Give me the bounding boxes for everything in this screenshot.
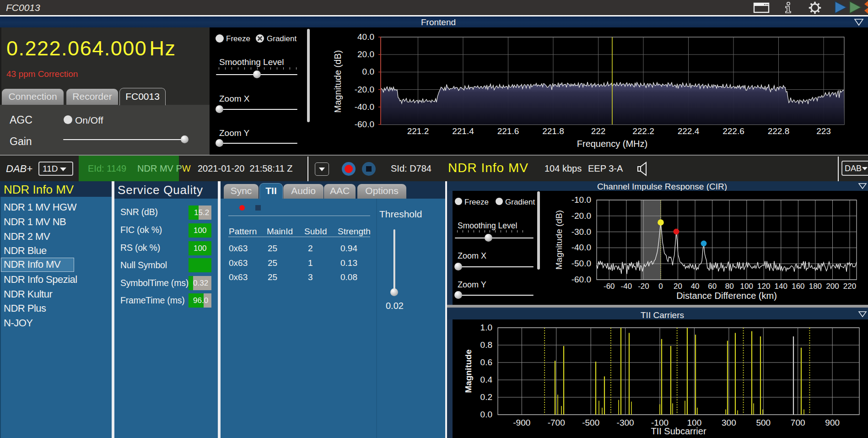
svg-text:222.2: 222.2 — [632, 126, 654, 136]
svg-text:40.0: 40.0 — [357, 32, 374, 42]
svg-text:500: 500 — [756, 418, 771, 427]
svg-text:20.0: 20.0 — [357, 49, 374, 59]
svg-text:-20: -20 — [638, 282, 649, 291]
svg-text:-10.0: -10.0 — [571, 195, 591, 205]
svg-text:220: 220 — [843, 282, 856, 291]
svg-text:0.0: 0.0 — [480, 410, 492, 419]
svg-text:20: 20 — [674, 282, 682, 291]
svg-text:180: 180 — [809, 282, 822, 291]
svg-text:-20.0: -20.0 — [571, 211, 591, 221]
svg-text:0.6: 0.6 — [480, 357, 492, 367]
svg-text:-500: -500 — [582, 418, 599, 427]
svg-text:120: 120 — [757, 282, 770, 291]
svg-text:Magnitude (dB): Magnitude (dB) — [333, 50, 343, 113]
svg-text:Frequency (MHz): Frequency (MHz) — [577, 139, 647, 149]
svg-text:-50.0: -50.0 — [571, 259, 591, 268]
svg-text:Distance Difference (km): Distance Difference (km) — [676, 291, 777, 301]
svg-text:222.6: 222.6 — [722, 126, 744, 136]
svg-text:-40.0: -40.0 — [355, 102, 374, 112]
svg-text:TII Subcarrier: TII Subcarrier — [651, 426, 706, 436]
svg-text:221.4: 221.4 — [452, 126, 474, 136]
svg-text:-30.0: -30.0 — [571, 227, 591, 237]
svg-text:Magnitude (dB): Magnitude (dB) — [554, 210, 564, 270]
svg-text:300: 300 — [722, 418, 736, 427]
svg-text:0.4: 0.4 — [480, 375, 493, 384]
svg-text:200: 200 — [826, 282, 839, 291]
svg-text:222.8: 222.8 — [768, 126, 790, 136]
svg-text:160: 160 — [792, 282, 804, 291]
svg-text:0.0: 0.0 — [362, 67, 374, 76]
svg-text:-40: -40 — [621, 282, 632, 291]
svg-text:60: 60 — [708, 282, 717, 291]
svg-text:-60.0: -60.0 — [571, 275, 591, 284]
svg-text:223: 223 — [816, 126, 831, 136]
svg-text:1.0: 1.0 — [480, 323, 492, 332]
svg-text:222.4: 222.4 — [678, 126, 700, 136]
svg-text:-40.0: -40.0 — [571, 243, 591, 252]
svg-text:80: 80 — [725, 282, 734, 291]
svg-text:0.2: 0.2 — [480, 392, 492, 402]
svg-text:222: 222 — [591, 126, 606, 136]
svg-text:-60.0: -60.0 — [355, 119, 374, 129]
svg-text:Magnitude: Magnitude — [464, 350, 473, 393]
svg-text:40: 40 — [691, 282, 700, 291]
svg-text:-700: -700 — [548, 418, 565, 427]
svg-text:-60: -60 — [604, 282, 615, 291]
svg-text:0: 0 — [658, 282, 663, 291]
svg-text:900: 900 — [825, 418, 840, 427]
svg-text:221.8: 221.8 — [542, 126, 564, 136]
svg-text:221.2: 221.2 — [407, 126, 429, 136]
svg-text:140: 140 — [775, 282, 787, 291]
svg-text:700: 700 — [791, 418, 805, 427]
svg-text:0.8: 0.8 — [480, 340, 492, 350]
svg-text:221.6: 221.6 — [497, 126, 519, 136]
svg-text:-20.0: -20.0 — [355, 85, 374, 94]
svg-text:-900: -900 — [513, 418, 530, 427]
svg-text:100: 100 — [740, 282, 753, 291]
svg-text:-300: -300 — [617, 418, 634, 427]
